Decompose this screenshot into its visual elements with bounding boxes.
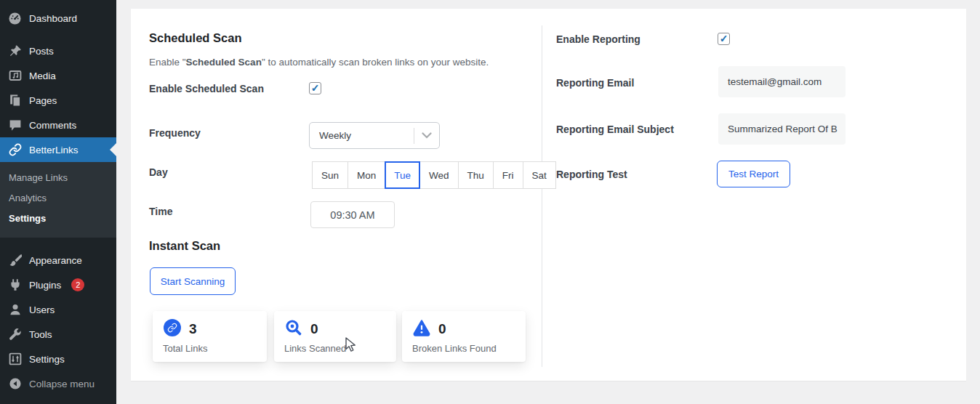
day-cell-sat[interactable]: Sat — [523, 161, 556, 189]
submenu-item-settings[interactable]: Settings — [0, 209, 116, 229]
total-links-value: 3 — [189, 321, 197, 337]
sidebar-item-label: Comments — [29, 120, 76, 131]
pages-icon — [8, 94, 22, 108]
sidebar-item-plugins[interactable]: Plugins 2 — [0, 272, 116, 297]
description-bold: Scheduled Scan — [186, 57, 262, 68]
total-links-label: Total Links — [163, 343, 257, 354]
day-cell-sun[interactable]: Sun — [312, 161, 348, 189]
time-input[interactable]: 09:30 AM — [310, 201, 395, 228]
submenu-item-analytics[interactable]: Analytics — [0, 188, 116, 209]
submenu-item-manage-links[interactable]: Manage Links — [0, 168, 116, 188]
search-icon — [284, 318, 303, 340]
paintbrush-icon — [8, 254, 22, 267]
plug-icon — [8, 278, 22, 292]
enable-reporting-label: Enable Reporting — [556, 33, 640, 45]
sidebar-item-tools[interactable]: Tools — [0, 322, 116, 347]
broken-links-label: Broken Links Found — [412, 343, 515, 354]
test-report-button[interactable]: Test Report — [717, 161, 790, 187]
sidebar-item-label: Collapse menu — [29, 379, 95, 389]
admin-sidebar: Dashboard Posts Media Pages Comments Bet… — [0, 0, 116, 404]
link-icon — [163, 318, 182, 340]
frequency-select[interactable]: Weekly — [309, 122, 440, 149]
pushpin-icon — [8, 44, 22, 58]
enable-scheduled-scan-checkbox[interactable]: ✓ — [309, 82, 321, 94]
stat-card-broken-links: 0 Broken Links Found — [402, 311, 526, 362]
sidebar-item-posts[interactable]: Posts — [0, 39, 116, 63]
reporting-email-subject-input[interactable]: Summarized Report Of B — [718, 113, 846, 145]
sidebar-item-betterlinks[interactable]: BetterLinks — [0, 137, 116, 162]
sidebar-item-label: BetterLinks — [29, 145, 79, 155]
day-cell-thu[interactable]: Thu — [458, 161, 494, 189]
user-icon — [8, 303, 22, 317]
broken-links-value: 0 — [438, 321, 446, 337]
start-scanning-button[interactable]: Start Scanning — [150, 267, 236, 295]
sidebar-item-dashboard[interactable]: Dashboard — [0, 6, 116, 31]
stat-card-links-scanned: 0 Links Scanned — [274, 311, 396, 362]
dashboard-icon — [8, 12, 22, 25]
scheduled-scan-title: Scheduled Scan — [149, 31, 241, 45]
sidebar-item-pages[interactable]: Pages — [0, 88, 116, 113]
menu-separator — [0, 31, 116, 39]
sidebar-item-label: Pages — [29, 95, 57, 106]
links-scanned-value: 0 — [310, 321, 318, 337]
link-chain-icon — [8, 143, 22, 157]
reporting-test-label: Reporting Test — [556, 169, 627, 180]
column-divider — [542, 25, 542, 367]
sidebar-item-media[interactable]: Media — [0, 63, 116, 88]
reporting-email-subject-label: Reporting Email Subject — [556, 124, 674, 135]
plugins-update-badge: 2 — [71, 278, 84, 291]
sidebar-item-collapse-menu[interactable]: Collapse menu — [0, 371, 116, 396]
frequency-label: Frequency — [149, 127, 201, 139]
sidebar-item-settings[interactable]: Settings — [0, 347, 116, 371]
day-label: Day — [149, 166, 168, 178]
media-icon — [8, 69, 22, 83]
stat-card-total-links: 3 Total Links — [153, 311, 267, 362]
time-label: Time — [149, 206, 172, 217]
frequency-selected-value: Weekly — [310, 130, 414, 141]
day-cell-wed[interactable]: Wed — [419, 161, 459, 189]
sidebar-item-label: Plugins — [29, 280, 61, 291]
comment-bubble-icon — [8, 118, 22, 132]
sidebar-item-label: Media — [29, 70, 56, 81]
betterlinks-submenu: Manage Links Analytics Settings — [0, 162, 116, 238]
enable-reporting-checkbox[interactable]: ✓ — [718, 33, 730, 45]
day-cell-tue[interactable]: Tue — [385, 161, 420, 189]
sidebar-item-label: Settings — [29, 354, 65, 365]
sidebar-item-users[interactable]: Users — [0, 297, 116, 322]
scheduled-scan-description: Enable "Scheduled Scan" to automatically… — [149, 57, 489, 68]
chevron-down-icon — [414, 132, 439, 139]
sidebar-item-label: Appearance — [29, 255, 82, 266]
settings-sliders-icon — [8, 352, 22, 366]
collapse-arrow-icon — [8, 377, 22, 391]
checkmark-icon: ✓ — [720, 33, 728, 44]
sidebar-item-label: Tools — [29, 329, 52, 340]
reporting-email-label: Reporting Email — [556, 77, 634, 89]
sidebar-item-label: Dashboard — [29, 13, 77, 24]
reporting-email-input[interactable]: testemail@gmail.com — [718, 66, 846, 97]
day-cell-mon[interactable]: Mon — [348, 161, 385, 189]
sidebar-item-label: Posts — [29, 46, 54, 57]
instant-scan-title: Instant Scan — [149, 239, 220, 253]
sidebar-item-comments[interactable]: Comments — [0, 113, 116, 137]
description-suffix: " to automatically scan broken links on … — [262, 57, 489, 68]
menu-separator — [0, 238, 116, 248]
warning-icon — [412, 318, 431, 340]
links-scanned-label: Links Scanned — [284, 343, 386, 354]
wrench-icon — [8, 328, 22, 342]
sidebar-item-appearance[interactable]: Appearance — [0, 248, 116, 272]
mouse-cursor — [345, 337, 358, 356]
day-cell-fri[interactable]: Fri — [493, 161, 523, 189]
description-prefix: Enable " — [149, 57, 186, 68]
current-menu-arrow — [110, 143, 116, 156]
checkmark-icon: ✓ — [311, 83, 320, 93]
enable-scheduled-scan-label: Enable Scheduled Scan — [149, 83, 264, 94]
sidebar-item-label: Users — [29, 304, 55, 315]
settings-panel: Scheduled Scan Enable "Scheduled Scan" t… — [131, 9, 966, 381]
day-picker: Sun Mon Tue Wed Thu Fri Sat — [312, 161, 556, 189]
